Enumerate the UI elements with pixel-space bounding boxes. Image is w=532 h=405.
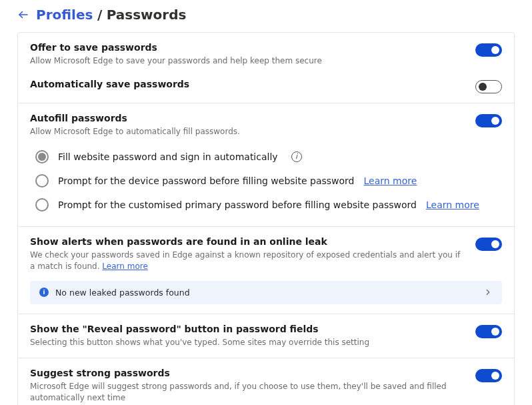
back-arrow-icon[interactable] [17, 9, 29, 21]
autofill-device-learn-more[interactable]: Learn more [364, 175, 417, 186]
reveal-toggle[interactable] [475, 325, 502, 338]
autofill-radio-primary[interactable] [35, 198, 49, 212]
offer-save-toggle[interactable] [475, 43, 502, 57]
suggest-title: Suggest strong passwords [30, 368, 465, 378]
suggest-toggle[interactable] [475, 369, 502, 382]
autofill-radio-auto-label: Fill website password and sign in automa… [58, 151, 278, 162]
autofill-radio-primary-label: Prompt for the customised primary passwo… [58, 199, 417, 210]
breadcrumb-separator: / [97, 7, 102, 23]
offer-save-desc: Allow Microsoft Edge to save your passwo… [30, 55, 322, 67]
autofill-toggle[interactable] [475, 114, 502, 127]
settings-card: Offer to save passwords Allow Microsoft … [17, 32, 515, 405]
breadcrumb-current: Passwords [107, 7, 187, 23]
leak-learn-more[interactable]: Learn more [102, 262, 147, 271]
autofill-radio-device-label: Prompt for the device password before fi… [58, 175, 355, 186]
autofill-desc: Allow Microsoft Edge to automatically fi… [30, 126, 240, 137]
leak-alerts-title: Show alerts when passwords are found in … [30, 236, 465, 247]
status-info-icon: i [39, 288, 49, 297]
leak-alerts-desc: We check your passwords saved in Edge ag… [30, 250, 465, 273]
suggest-desc: Microsoft Edge will suggest strong passw… [30, 381, 465, 404]
breadcrumb: Profiles / Passwords [17, 7, 515, 23]
leak-alerts-toggle[interactable] [475, 238, 502, 251]
offer-save-title: Offer to save passwords [30, 42, 322, 53]
autosave-title: Automatically save passwords [30, 79, 189, 89]
autofill-radio-group: Fill website password and sign in automa… [30, 145, 502, 217]
info-icon[interactable]: i [291, 151, 302, 162]
leak-status-banner[interactable]: i No new leaked passwords found [30, 281, 502, 304]
autofill-radio-device[interactable] [35, 174, 49, 187]
autofill-title: Autofill passwords [30, 113, 240, 123]
leak-status-text: No new leaked passwords found [55, 288, 190, 298]
chevron-right-icon [483, 288, 493, 297]
autofill-primary-learn-more[interactable]: Learn more [426, 199, 479, 210]
autofill-radio-auto[interactable] [35, 150, 49, 163]
autosave-toggle[interactable] [475, 80, 502, 93]
reveal-desc: Selecting this button shows what you've … [30, 337, 369, 348]
reveal-title: Show the "Reveal password" button in pas… [30, 324, 369, 334]
breadcrumb-parent[interactable]: Profiles [36, 7, 93, 23]
